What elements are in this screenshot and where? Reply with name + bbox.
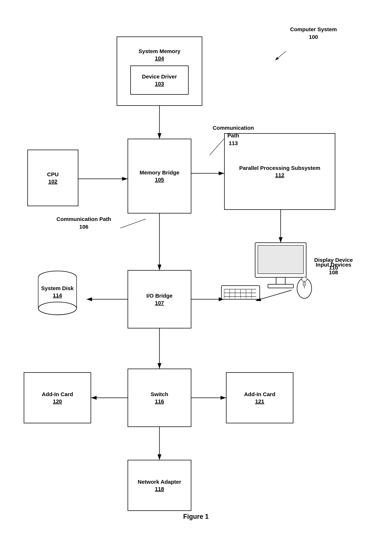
system-memory-box: System Memory 104 Device Driver 103 (117, 37, 202, 106)
cpu-label: CPU 102 (47, 171, 59, 185)
memory-bridge-label: Memory Bridge 105 (140, 169, 179, 183)
add-in-card-120-label: Add-In Card 120 (42, 391, 73, 405)
cpu-box: CPU 102 (27, 150, 78, 206)
device-driver-label: Device Driver 103 (142, 73, 177, 87)
system-memory-label: System Memory 104 (139, 48, 180, 62)
diagram-container: Computer System 100 System Memory 104 De… (0, 0, 392, 535)
add-in-card-121-box: Add-In Card 121 (226, 372, 294, 423)
memory-bridge-box: Memory Bridge 105 (128, 139, 191, 214)
svg-line-16 (275, 51, 286, 60)
svg-point-34 (302, 277, 307, 281)
input-devices-label: Input Devices 108 (310, 261, 357, 276)
computer-system-label: Computer System 100 (288, 26, 339, 41)
cs-arrow (271, 49, 294, 64)
svg-rect-19 (258, 245, 303, 274)
switch-box: Switch 116 (128, 369, 191, 427)
mouse-icon (295, 276, 313, 299)
svg-point-41 (38, 302, 77, 315)
io-bridge-box: I/O Bridge 107 (128, 270, 191, 329)
add-in-card-120-box: Add-In Card 120 (24, 372, 91, 423)
keyboard-icon (220, 285, 261, 303)
io-bridge-label: I/O Bridge 107 (146, 292, 173, 306)
device-driver-box: Device Driver 103 (130, 66, 189, 95)
add-in-card-121-label: Add-In Card 121 (244, 391, 275, 405)
svg-rect-35 (303, 282, 306, 286)
network-adapter-label: Network Adapter 118 (138, 478, 181, 492)
comm-path-113-label: Communication Path 113 (208, 124, 259, 147)
system-disk-label: System Disk 114 (37, 285, 78, 299)
switch-label: Switch 116 (151, 391, 168, 405)
comm-path-106-label: Communication Path 106 (53, 215, 115, 231)
system-disk: System Disk 114 (37, 270, 78, 322)
figure-caption: Figure 1 (164, 513, 228, 521)
svg-rect-20 (276, 277, 285, 285)
network-adapter-box: Network Adapter 118 (128, 460, 191, 511)
parallel-processing-label: Parallel Processing Subsystem 112 (239, 164, 320, 179)
svg-line-7 (120, 219, 146, 228)
svg-rect-21 (268, 284, 294, 288)
